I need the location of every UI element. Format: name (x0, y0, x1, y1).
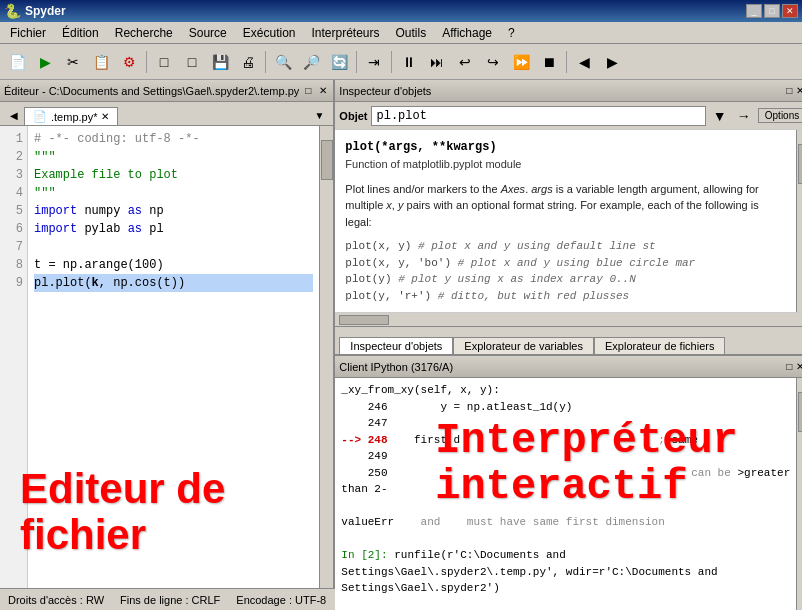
maximize-button[interactable]: □ (764, 4, 780, 18)
object-input[interactable] (371, 106, 705, 126)
menu-outils[interactable]: Outils (388, 24, 435, 42)
nav-fwd-button[interactable]: ▶ (599, 49, 625, 75)
editor-scrollthumb[interactable] (321, 140, 333, 180)
menu-recherche[interactable]: Recherche (107, 24, 181, 42)
menu-source[interactable]: Source (181, 24, 235, 42)
ipython-scrollthumb[interactable] (798, 392, 802, 432)
ip-line-10 (341, 531, 790, 548)
tab-inspector[interactable]: Inspecteur d'objets (339, 337, 453, 354)
indent-button[interactable]: ⇥ (361, 49, 387, 75)
debug-button[interactable]: ⏸ (396, 49, 422, 75)
app-icon: 🐍 (4, 3, 21, 19)
inspector-toolbar: Objet ▼ → Options (335, 102, 802, 130)
code-line-9: pl.plot(k, np.cos(t)) (34, 274, 313, 292)
toolbar: 📄 ▶ ✂ 📋 ⚙ □ □ 💾 🖨 🔍 🔎 🔄 ⇥ ⏸ ⏭ ↩ ↪ ⏩ ⏹ ◀ … (0, 44, 802, 80)
ipython-panel: Client IPython (3176/A) □ ✕ _xy_from_xy(… (335, 356, 802, 610)
ip-line-4: --> 248 first d ; same (341, 432, 790, 449)
tab-files[interactable]: Explorateur de fichiers (594, 337, 725, 354)
inspector-options-button[interactable]: Options (758, 108, 802, 123)
copy-button[interactable]: 📋 (88, 49, 114, 75)
settings-button[interactable]: ⚙ (116, 49, 142, 75)
example-2: plot(x, y, 'bo') # plot x and y using bl… (345, 255, 786, 272)
ip-line-9: valueErr and must have same first dimens… (341, 514, 790, 531)
toolbar-separator-5 (566, 51, 567, 73)
menu-execution[interactable]: Exécution (235, 24, 304, 42)
nav-back-button[interactable]: ◀ (571, 49, 597, 75)
search-button[interactable]: 🔍 (270, 49, 296, 75)
search2-button[interactable]: 🔎 (298, 49, 324, 75)
inspector-title: Inspecteur d'objets (339, 85, 784, 97)
ip-line-6: 250 can be >greater (341, 465, 790, 482)
inspector-scrollbar-v[interactable] (796, 130, 802, 312)
editor-tab-bar: ◀ 📄 .temp.py* ✕ ▼ (0, 102, 333, 126)
stop-button[interactable]: ⏹ (536, 49, 562, 75)
minimize-button[interactable]: _ (746, 4, 762, 18)
toolbar-separator-3 (356, 51, 357, 73)
replace-button[interactable]: 🔄 (326, 49, 352, 75)
code-line-7 (34, 238, 313, 256)
example-4: plot(y, 'r+') # ditto, but with red plus… (345, 288, 786, 305)
close-button[interactable]: ✕ (782, 4, 798, 18)
code-content[interactable]: # -*- coding: utf-8 -*- """ Example file… (28, 126, 319, 588)
editor-tab[interactable]: 📄 .temp.py* ✕ (24, 107, 118, 125)
ip-line-8 (341, 498, 790, 515)
inspector-content: plot(*args, **kwargs) Function of matplo… (335, 130, 796, 312)
editor-close-button[interactable]: ✕ (317, 85, 329, 96)
ip-line-2: 246 y = np.atleast_1d(y) (341, 399, 790, 416)
ip-line-12: Settings\Gael\.spyder2\.temp.py', wdir=r… (341, 564, 790, 581)
inspector-dropdown[interactable]: ▼ (710, 106, 730, 126)
example-1: plot(x, y) # plot x and y using default … (345, 238, 786, 255)
code-line-8: t = np.arange(100) (34, 256, 313, 274)
editor-float-button[interactable]: □ (303, 85, 313, 96)
code-line-4: """ (34, 184, 313, 202)
tab-back-button[interactable]: ◀ (4, 105, 24, 125)
menu-help[interactable]: ? (500, 24, 523, 42)
ip-line-13: Settings\Gael\.spyder2') (341, 580, 790, 597)
editor-scrollbar-v[interactable] (319, 126, 333, 588)
ip-line-3: 247 (341, 415, 790, 432)
toolbar-separator-4 (391, 51, 392, 73)
tab-variables[interactable]: Explorateur de variables (453, 337, 594, 354)
code-line-5: import numpy as np (34, 202, 313, 220)
run-button[interactable]: ▶ (32, 49, 58, 75)
ipython-float-button[interactable]: □ (784, 361, 794, 372)
tab-menu-button[interactable]: ▼ (309, 105, 329, 125)
menu-interpreteurs[interactable]: Interpréteurs (303, 24, 387, 42)
ip-line-5: 249 (341, 448, 790, 465)
save-all-button[interactable]: 🖨 (235, 49, 261, 75)
ipython-scrollbar-v[interactable] (796, 378, 802, 610)
continue-button[interactable]: ⏩ (508, 49, 534, 75)
step-button[interactable]: ⏭ (424, 49, 450, 75)
menu-affichage[interactable]: Affichage (434, 24, 500, 42)
editor-path: Éditeur - C:\Documents and Settings\Gael… (4, 85, 299, 97)
save-button[interactable]: 💾 (207, 49, 233, 75)
titlebar: 🐍 Spyder _ □ ✕ (0, 0, 802, 22)
stepover-button[interactable]: ↩ (452, 49, 478, 75)
inspector-hscroll[interactable] (335, 312, 802, 326)
inspector-go-button[interactable]: → (734, 106, 754, 126)
inspector-panel: Inspecteur d'objets □ ✕ Objet ▼ → Option… (335, 80, 802, 356)
func-signature: plot(*args, **kwargs) (345, 138, 786, 156)
tab-close-icon[interactable]: ✕ (101, 111, 109, 122)
ipython-close-button[interactable]: ✕ (794, 361, 802, 372)
toolbar-separator-1 (146, 51, 147, 73)
inspector-scrollthumb[interactable] (798, 144, 802, 184)
new-file-button[interactable]: 📄 (4, 49, 30, 75)
blank-btn[interactable]: □ (151, 49, 177, 75)
stepout-button[interactable]: ↪ (480, 49, 506, 75)
inspector-close-button[interactable]: ✕ (794, 85, 802, 96)
menu-edition[interactable]: Édition (54, 24, 107, 42)
main-area: Éditeur - C:\Documents and Settings\Gael… (0, 80, 802, 588)
inspector-tabs: Inspecteur d'objets Explorateur de varia… (335, 326, 802, 354)
editor-code-area[interactable]: 12345 6789 # -*- coding: utf-8 -*- """ E… (0, 126, 319, 588)
editor-panel: Éditeur - C:\Documents and Settings\Gael… (0, 80, 335, 588)
blank-btn2[interactable]: □ (179, 49, 205, 75)
menu-fichier[interactable]: Fichier (2, 24, 54, 42)
inspector-body-text: Plot lines and/or markers to the Axes. a… (345, 181, 786, 231)
cut-button[interactable]: ✂ (60, 49, 86, 75)
ip-line-1: _xy_from_xy(self, x, y): (341, 382, 790, 399)
ipython-content[interactable]: _xy_from_xy(self, x, y): 246 y = np.atle… (335, 378, 796, 610)
inspector-float-button[interactable]: □ (784, 85, 794, 96)
inspector-hscroll-thumb[interactable] (339, 315, 389, 325)
ip-line-7: than 2- (341, 481, 790, 498)
